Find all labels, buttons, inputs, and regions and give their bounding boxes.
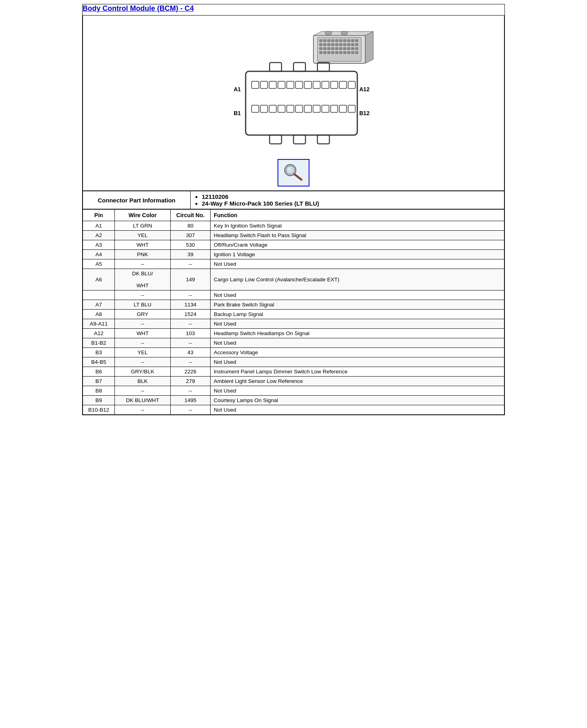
function-cell: Accessory Voltage [211, 348, 504, 357]
table-row: A12 WHT 103 Headlamp Switch Headlamps On… [83, 329, 504, 338]
svg-rect-31 [355, 47, 358, 50]
circuit-no-cell: 149 [171, 269, 211, 290]
svg-rect-45 [341, 31, 347, 35]
svg-rect-20 [351, 43, 354, 46]
circuit-no-cell: -- [171, 386, 211, 396]
svg-rect-41 [355, 51, 358, 54]
svg-rect-76 [313, 105, 320, 112]
table-row: B8 -- -- Not Used [83, 386, 504, 396]
wire-color-cell: -- [115, 357, 171, 367]
table-row: B6 GRY/BLK 2226 Instrument Panel Lamps D… [83, 367, 504, 377]
wire-color-cell: YEL [115, 348, 171, 357]
wire-color-cell: YEL [115, 231, 171, 240]
pin-cell: A2 [83, 231, 115, 240]
svg-rect-36 [335, 51, 338, 54]
pin-cell: B7 [83, 377, 115, 386]
pin-table: Pin Wire Color Circuit No. Function A1 L… [83, 209, 504, 415]
function-cell: Courtesy Lamps On Signal [211, 396, 504, 405]
wire-color-cell: -- [115, 259, 171, 269]
svg-rect-60 [295, 81, 303, 88]
function-cell: Not Used [211, 259, 504, 269]
function-cell: Not Used [211, 405, 504, 415]
pin-cell: A4 [83, 250, 115, 259]
pin-cell: B9 [83, 396, 115, 405]
pin-cell: A1 [83, 221, 115, 231]
table-row: A9-A11 -- -- Not Used [83, 319, 504, 329]
wire-color-cell: DK BLU/WHT [115, 396, 171, 405]
wire-color-cell: -- [115, 290, 171, 300]
connector-info-item-2: 24-Way F Micro-Pack 100 Series (LT BLU) [202, 200, 501, 207]
svg-rect-49 [317, 63, 329, 71]
circuit-no-cell: 1495 [171, 396, 211, 405]
table-row: -- -- Not Used [83, 290, 504, 300]
connector-info-item-1: 12110206 [202, 193, 501, 200]
circuit-no-cell: -- [171, 338, 211, 348]
svg-rect-64 [331, 81, 338, 88]
magnifier-button[interactable] [278, 159, 309, 186]
svg-rect-77 [322, 105, 329, 112]
svg-rect-23 [323, 47, 326, 50]
svg-rect-72 [278, 105, 285, 112]
svg-rect-3 [323, 39, 326, 42]
svg-rect-30 [351, 47, 354, 50]
header-wire-color: Wire Color [115, 210, 171, 221]
table-row: A6 DK BLU/WHT 149 Cargo Lamp Low Control… [83, 269, 504, 290]
page-container: Body Control Module (BCM) - C4 [82, 4, 505, 415]
table-row: A2 YEL 307 Headlamp Switch Flash to Pass… [83, 231, 504, 240]
function-cell: Cargo Lamp Low Control (Avalanche/Escala… [211, 269, 504, 290]
svg-rect-32 [319, 51, 322, 54]
svg-rect-7 [339, 39, 342, 42]
circuit-no-cell: 43 [171, 348, 211, 357]
svg-rect-39 [347, 51, 350, 54]
wire-color-cell: WHT [115, 329, 171, 338]
function-cell: Headlamp Switch Headlamps On Signal [211, 329, 504, 338]
circuit-no-cell: -- [171, 319, 211, 329]
table-row: A7 LT BLU 1134 Park Brake Switch Signal [83, 300, 504, 310]
function-cell: Ambient Light Sensor Low Reference [211, 377, 504, 386]
svg-rect-66 [348, 81, 355, 88]
connector-diagram: A1 A12 [210, 24, 377, 151]
wire-color-cell: DK BLU/WHT [115, 269, 171, 290]
svg-rect-9 [347, 39, 350, 42]
svg-rect-71 [269, 105, 276, 112]
pin-cell: B1-B2 [83, 338, 115, 348]
connector-part-label: Connector Part Information [83, 191, 191, 209]
svg-rect-55 [252, 81, 259, 88]
table-row: A1 LT GRN 80 Key In Ignition Switch Sign… [83, 221, 504, 231]
table-row: B4-B5 -- -- Not Used [83, 357, 504, 367]
svg-text:B12: B12 [359, 110, 370, 116]
header-circuit-no: Circuit No. [171, 210, 211, 221]
svg-rect-34 [327, 51, 330, 54]
table-row: B7 BLK 279 Ambient Light Sensor Low Refe… [83, 377, 504, 386]
circuit-no-cell: -- [171, 405, 211, 415]
circuit-no-cell: -- [171, 290, 211, 300]
function-cell: Instrument Panel Lamps Dimmer Switch Low… [211, 367, 504, 377]
svg-rect-75 [304, 105, 311, 112]
header-pin: Pin [83, 210, 115, 221]
svg-rect-50 [270, 135, 282, 144]
magnifier-icon [282, 162, 305, 182]
circuit-no-cell: 1134 [171, 300, 211, 310]
diagram-area: A1 A12 [83, 15, 504, 191]
svg-rect-13 [323, 43, 326, 46]
svg-rect-52 [317, 135, 329, 144]
svg-rect-61 [304, 81, 311, 88]
function-cell: Park Brake Switch Signal [211, 300, 504, 310]
svg-rect-80 [348, 105, 355, 112]
table-row: B1-B2 -- -- Not Used [83, 338, 504, 348]
pin-cell: B3 [83, 348, 115, 357]
svg-rect-70 [260, 105, 268, 112]
pin-cell: A8 [83, 310, 115, 319]
info-table: Connector Part Information 12110206 24-W… [83, 191, 504, 209]
circuit-no-cell: 80 [171, 221, 211, 231]
circuit-no-cell: 1524 [171, 310, 211, 319]
circuit-no-cell: -- [171, 357, 211, 367]
svg-rect-56 [260, 81, 268, 88]
svg-rect-25 [331, 47, 334, 50]
function-cell: Headlamp Switch Flash to Pass Signal [211, 231, 504, 240]
pin-cell: B8 [83, 386, 115, 396]
svg-rect-10 [351, 39, 354, 42]
pin-cell: A7 [83, 300, 115, 310]
circuit-no-cell: 39 [171, 250, 211, 259]
svg-rect-18 [343, 43, 346, 46]
